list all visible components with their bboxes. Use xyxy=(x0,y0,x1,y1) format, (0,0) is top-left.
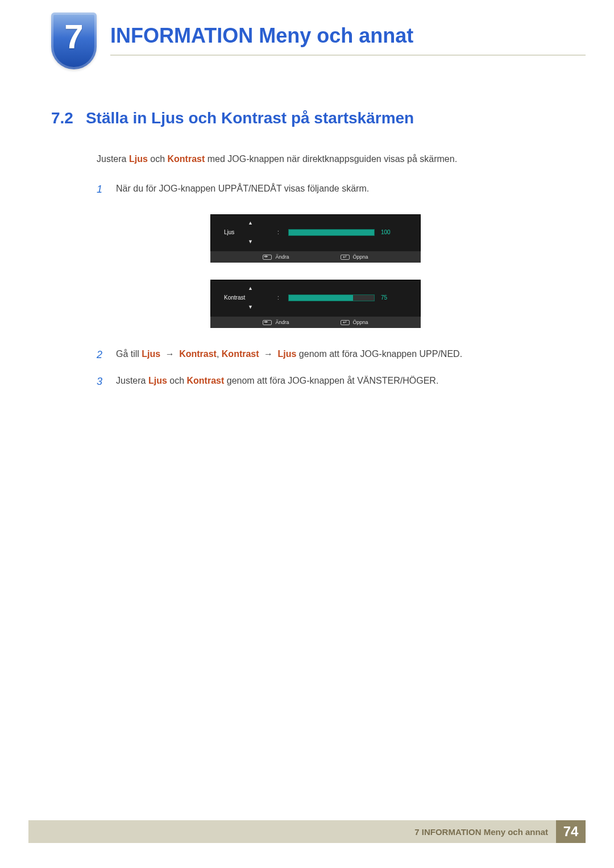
highlight-kontrast: Kontrast xyxy=(179,349,217,359)
osd-footer-label: Öppna xyxy=(353,254,368,260)
osd-footer: Ändra Öppna xyxy=(210,251,421,263)
osd-progress-bar xyxy=(289,295,374,301)
highlight-kontrast: Kontrast xyxy=(168,154,205,164)
arrow-right-icon: → xyxy=(165,349,175,359)
chapter-badge: 7 xyxy=(51,13,97,69)
highlight-ljus: Ljus xyxy=(148,376,167,385)
osd-panel-kontrast: ▲ Kontrast : 75 ▼ Ändra Öp xyxy=(210,280,421,328)
left-right-icon xyxy=(263,320,272,325)
triangle-up-icon: ▲ xyxy=(221,285,410,291)
chapter-title: INFORMATION Meny och annat xyxy=(110,24,586,56)
page-footer: 7 INFORMATION Meny och annat 74 xyxy=(28,820,586,843)
intro-paragraph: Justera Ljus och Kontrast med JOG-knappe… xyxy=(97,152,551,166)
arrow-right-icon: → xyxy=(264,349,273,359)
osd-value: 100 xyxy=(381,229,398,235)
page-number: 74 xyxy=(556,820,586,843)
osd-label: Ljus xyxy=(221,229,271,235)
enter-icon xyxy=(341,255,350,260)
osd-footer-label: Öppna xyxy=(353,319,368,325)
text: Gå till xyxy=(116,349,142,359)
osd-footer-label: Ändra xyxy=(275,319,289,325)
text: genom att föra JOG-knappen åt VÄNSTER/HÖ… xyxy=(224,376,438,385)
section-heading: 7.2 Ställa in Ljus och Kontrast på start… xyxy=(51,109,586,127)
triangle-up-icon: ▲ xyxy=(221,220,410,226)
osd-footer: Ändra Öppna xyxy=(210,317,421,328)
osd-panel-ljus: ▲ Ljus : 100 ▼ Ändra Öppna xyxy=(210,214,421,263)
osd-value: 75 xyxy=(381,294,398,301)
step-1: 1 När du för JOG-knappen UPPÅT/NEDÅT vis… xyxy=(97,182,551,197)
highlight-kontrast: Kontrast xyxy=(222,349,259,359)
osd-progress-bar xyxy=(289,230,374,235)
text: med JOG-knappen när direktknappsguiden v… xyxy=(205,154,457,164)
highlight-ljus: Ljus xyxy=(129,154,148,164)
step-text: När du för JOG-knappen UPPÅT/NEDÅT visas… xyxy=(116,182,369,197)
osd-footer-change: Ändra xyxy=(263,319,289,325)
step-number: 1 xyxy=(97,182,106,197)
page-footer-text: 7 INFORMATION Meny och annat xyxy=(414,827,556,837)
osd-illustration: ▲ Ljus : 100 ▼ Ändra Öppna xyxy=(210,214,586,328)
osd-footer-open: Öppna xyxy=(341,319,368,325)
enter-icon xyxy=(341,320,350,325)
osd-footer-open: Öppna xyxy=(341,254,368,260)
text: Justera xyxy=(116,376,148,385)
colon: : xyxy=(277,229,282,235)
chapter-header: 7 INFORMATION Meny och annat xyxy=(51,13,586,69)
osd-label: Kontrast xyxy=(221,294,271,301)
osd-progress-fill xyxy=(289,295,353,301)
step-number: 3 xyxy=(97,374,106,389)
highlight-ljus: Ljus xyxy=(142,349,160,359)
left-right-icon xyxy=(263,255,272,260)
colon: : xyxy=(277,294,282,301)
text: , xyxy=(217,349,222,359)
step-number: 2 xyxy=(97,347,106,363)
triangle-down-icon: ▼ xyxy=(221,239,410,244)
chapter-number: 7 xyxy=(64,17,83,56)
osd-footer-label: Ändra xyxy=(275,254,289,260)
step-text: Justera Ljus och Kontrast genom att föra… xyxy=(116,374,438,389)
text: och xyxy=(167,376,187,385)
osd-footer-change: Ändra xyxy=(263,254,289,260)
text: genom att föra JOG-knappen UPP/NED. xyxy=(296,349,462,359)
text: Justera xyxy=(97,154,129,164)
step-2: 2 Gå till Ljus → Kontrast, Kontrast → Lj… xyxy=(97,347,551,363)
highlight-ljus: Ljus xyxy=(278,349,297,359)
step-3: 3 Justera Ljus och Kontrast genom att fö… xyxy=(97,374,551,389)
osd-progress-fill xyxy=(289,230,374,235)
step-text: Gå till Ljus → Kontrast, Kontrast → Ljus… xyxy=(116,347,462,363)
triangle-down-icon: ▼ xyxy=(221,304,410,310)
highlight-kontrast: Kontrast xyxy=(187,376,225,385)
section-number: 7.2 xyxy=(51,109,73,127)
section-title: Ställa in Ljus och Kontrast på startskär… xyxy=(86,109,414,127)
text: och xyxy=(148,154,168,164)
